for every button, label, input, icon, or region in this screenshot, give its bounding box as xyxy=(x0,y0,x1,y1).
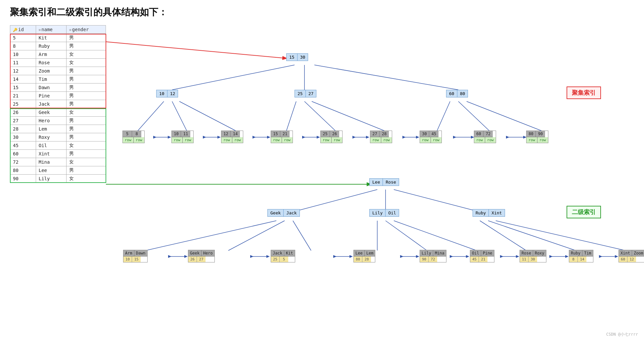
svg-line-9 xyxy=(437,101,450,131)
clustered-leaf-7: 60 72 row row xyxy=(474,131,496,143)
table-cell: 男 xyxy=(67,84,106,92)
svg-line-8 xyxy=(312,101,386,131)
svg-line-5 xyxy=(179,101,237,131)
table-cell: Kit xyxy=(36,34,67,42)
table-cell: 男 xyxy=(67,150,106,158)
clustered-leaf-6: 30 45 row row xyxy=(420,131,442,143)
clustered-root-node: 15 30 xyxy=(286,53,308,61)
table-cell: 15 xyxy=(10,84,36,92)
svg-line-40 xyxy=(106,42,286,58)
clustered-leaf-1: 10 11 row row xyxy=(171,131,194,143)
table-cell: 男 xyxy=(67,100,106,108)
table-cell: 女 xyxy=(67,141,106,150)
clustered-leaf-2: 12 14 row row xyxy=(221,131,243,143)
table-cell: 男 xyxy=(67,75,106,84)
table-cell: 男 xyxy=(67,125,106,133)
svg-line-2 xyxy=(314,65,458,90)
table-cell: Oil xyxy=(36,141,67,150)
table-cell: 30 xyxy=(10,133,36,141)
table-cell: Roxy xyxy=(36,133,67,141)
clustered-leaf-5: 27 28 row row xyxy=(370,131,392,143)
data-table-section: 🔑id ≡name ≡gender 5Kit男8Ruby男10Arm女11Ros… xyxy=(10,25,106,338)
table-cell: Hero xyxy=(36,117,67,125)
table-cell: 女 xyxy=(67,175,106,183)
clustered-l2-right: 60 80 xyxy=(446,90,468,97)
table-cell: Lily xyxy=(36,175,67,183)
secondary-leaf-5: Oil Pine 45 21 xyxy=(470,250,494,262)
col-name-header: ≡name xyxy=(36,26,67,34)
secondary-leaf-2: Jack Kit 25 5 xyxy=(271,250,295,262)
svg-line-25 xyxy=(293,221,311,251)
secondary-leaf-3: Lee Lem 80 28 xyxy=(353,250,375,262)
table-cell: 72 xyxy=(10,158,36,166)
table-cell: 男 xyxy=(67,42,106,50)
svg-line-6 xyxy=(286,101,296,131)
table-cell: Mina xyxy=(36,158,67,166)
table-cell: Lem xyxy=(36,125,67,133)
svg-line-7 xyxy=(304,101,336,131)
table-cell: 90 xyxy=(10,175,36,183)
table-cell: Geek xyxy=(36,108,67,117)
table-cell: 60 xyxy=(10,150,36,158)
svg-line-0 xyxy=(172,65,295,90)
data-table: 🔑id ≡name ≡gender 5Kit男8Ruby男10Arm女11Ros… xyxy=(10,25,106,183)
table-cell: 男 xyxy=(67,67,106,75)
clustered-label: 聚集索引 xyxy=(567,86,601,99)
table-cell: 女 xyxy=(67,108,106,117)
table-cell: 12 xyxy=(10,67,36,75)
watermark: CSDN @小七rrrr xyxy=(606,332,638,337)
svg-line-31 xyxy=(496,221,625,251)
table-cell: 女 xyxy=(67,59,106,67)
table-cell: Zoom xyxy=(36,67,67,75)
secondary-leaf-0: Arm Dawn 10 15 xyxy=(123,250,148,262)
table-cell: 男 xyxy=(67,133,106,141)
table-cell: 27 xyxy=(10,117,36,125)
secondary-leaf-6: Rose Roxy 11 30 xyxy=(520,250,546,262)
table-cell: 男 xyxy=(67,166,106,175)
secondary-leaf-7: Ruby Tim 8 14 xyxy=(569,250,593,262)
clustered-root-cell-2: 30 xyxy=(298,54,308,61)
table-cell: 女 xyxy=(67,50,106,59)
table-cell: 11 xyxy=(10,59,36,67)
col-id-header: 🔑id xyxy=(10,26,36,34)
secondary-label: 二级索引 xyxy=(567,206,601,218)
clustered-leaf-8: 80 90 row row xyxy=(526,131,548,143)
secondary-l2-left: Geek Jack xyxy=(267,209,300,217)
secondary-leaf-4: Lily Mina 90 72 xyxy=(420,250,446,262)
secondary-root-node: Lee Rose xyxy=(369,178,399,186)
page-title: 聚集索引和二级索引的具体结构如下： xyxy=(0,0,644,22)
table-cell: 45 xyxy=(10,141,36,150)
table-cell: 28 xyxy=(10,125,36,133)
table-cell: Rose xyxy=(36,59,67,67)
table-cell: 8 xyxy=(10,42,36,50)
table-cell: Tim xyxy=(36,75,67,84)
table-cell: Arm xyxy=(36,50,67,59)
table-cell: 21 xyxy=(10,92,36,100)
table-cell: Dawn xyxy=(36,84,67,92)
table-cell: Ruby xyxy=(36,42,67,50)
secondary-l2-mid: Lily Oil xyxy=(369,209,399,217)
secondary-leaf-1: Geek Hero 26 27 xyxy=(188,250,215,262)
col-gender-header: ≡gender xyxy=(67,26,106,34)
diagram-area: 15 30 10 12 25 27 60 80 5 8 row row xyxy=(106,22,644,338)
secondary-l2-right: Ruby Xint xyxy=(473,209,505,217)
clustered-leaf-4: 25 26 row row xyxy=(320,131,343,143)
table-cell: 女 xyxy=(67,158,106,166)
table-cell: Xint xyxy=(36,150,67,158)
table-cell: 25 xyxy=(10,100,36,108)
svg-line-4 xyxy=(172,101,187,131)
table-cell: 80 xyxy=(10,166,36,175)
table-cell: 男 xyxy=(67,34,106,42)
table-cell: Jack xyxy=(36,100,67,108)
svg-line-10 xyxy=(458,101,490,131)
table-cell: 5 xyxy=(10,34,36,42)
clustered-leaf-0: 5 8 row row xyxy=(122,131,145,143)
secondary-leaf-8: Xint Zoom 60 12 xyxy=(619,250,644,262)
table-cell: 男 xyxy=(67,92,106,100)
clustered-leaf-3: 15 21 row row xyxy=(271,131,293,143)
table-cell: Lee xyxy=(36,166,67,175)
table-cell: Pine xyxy=(36,92,67,100)
svg-line-29 xyxy=(480,221,526,251)
clustered-l2-left: 10 12 xyxy=(156,90,178,97)
table-cell: 26 xyxy=(10,108,36,117)
